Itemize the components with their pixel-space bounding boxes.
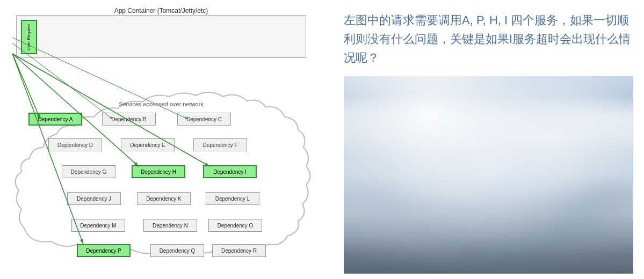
dep-box-n: Dependency N: [143, 219, 197, 232]
dep-box-k: Dependency K: [137, 192, 191, 205]
user-request-box: User Request: [21, 20, 37, 54]
dep-box-e: Dependency E: [121, 138, 175, 151]
dep-box-l: Dependency L: [206, 192, 259, 205]
dep-box-b: Dependency B: [102, 113, 156, 126]
dep-box-f: Dependency F: [193, 138, 247, 151]
dep-box-g: Dependency G: [62, 165, 115, 178]
dep-box-j: Dependency J: [67, 192, 121, 205]
dep-box-i: Dependency I: [203, 165, 257, 178]
dep-box-p: Dependency P: [77, 244, 131, 257]
description-text: 左图中的请求需要调用A, P, H, I 四个服务，如果一切顺利则没有什么问题，…: [344, 11, 633, 68]
dep-box-h: Dependency H: [132, 165, 185, 178]
cloud-container: Services accessed over network Dependenc…: [8, 86, 314, 268]
right-panel: 左图中的请求需要调用A, P, H, I 四个服务，如果一切顺利则没有什么问题，…: [333, 0, 644, 279]
app-container-label: App Container (Tomcat/Jetty/etc): [114, 7, 208, 14]
avalanche-image: [344, 76, 633, 274]
dep-box-c: Dependency C: [177, 113, 231, 126]
services-label: Services accessed over network: [119, 101, 204, 107]
dep-box-a: Dependency A: [28, 113, 82, 126]
dep-box-m: Dependency M: [71, 219, 125, 232]
user-request-label: User Request: [26, 24, 32, 50]
dep-box-r: Dependency R: [212, 244, 266, 257]
dep-box-o: Dependency O: [208, 219, 262, 232]
left-panel: App Container (Tomcat/Jetty/etc) User Re…: [0, 0, 333, 279]
dep-box-d: Dependency D: [48, 138, 102, 151]
dep-box-q: Dependency Q: [150, 244, 204, 257]
app-container: App Container (Tomcat/Jetty/etc) User Re…: [16, 15, 306, 58]
